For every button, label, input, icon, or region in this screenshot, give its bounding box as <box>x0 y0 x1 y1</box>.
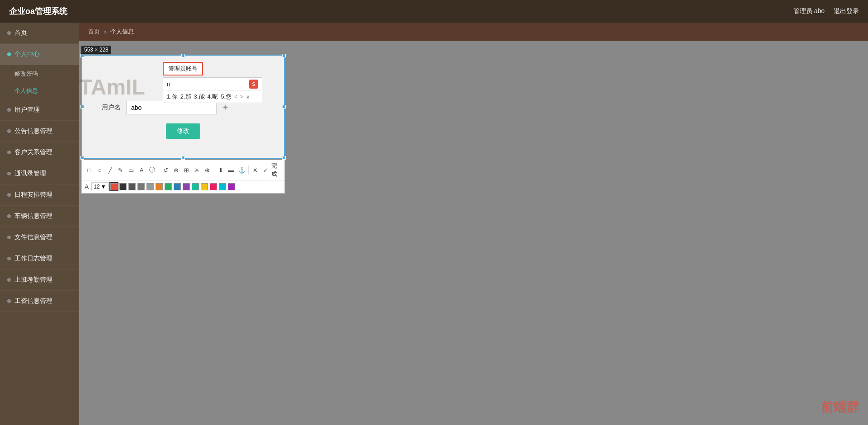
sidebar-label-attendance-management: 上班考勤管理 <box>14 276 52 284</box>
sidebar-bullet <box>7 257 11 260</box>
color-swatch-light-gray[interactable] <box>146 183 154 190</box>
sidebar-item-schedule-management[interactable]: 日程安排管理 <box>0 184 79 206</box>
save-button[interactable]: 修改 <box>166 123 200 139</box>
sidebar-item-attendance-management[interactable]: 上班考勤管理 <box>0 269 79 291</box>
toolbar-separator-3 <box>248 165 249 175</box>
tool-download[interactable]: ⬇ <box>216 165 226 175</box>
sidebar-bullet <box>7 299 11 303</box>
sidebar-sub-personal: 修改密码 个人信息 <box>0 65 79 99</box>
color-swatch-red[interactable] <box>110 183 118 190</box>
color-swatch-dark-gray[interactable] <box>128 183 136 190</box>
ime-candidate-2[interactable]: 2.那 <box>180 93 191 101</box>
top-navigation: 企业oa管理系统 管理员 abo 退出登录 <box>0 0 868 23</box>
font-size-arrow: ▼ <box>101 184 106 190</box>
ime-next[interactable]: > <box>240 94 243 100</box>
resize-handle-bot-right[interactable] <box>282 156 286 160</box>
sidebar-bullet <box>7 31 11 35</box>
resize-handle-bot-mid[interactable] <box>181 156 185 160</box>
sidebar-item-customer-management[interactable]: 客户关系管理 <box>0 142 79 163</box>
sidebar-item-home[interactable]: 首页 <box>0 23 79 44</box>
color-swatch-orange[interactable] <box>156 183 163 190</box>
tool-text[interactable]: A <box>137 165 146 175</box>
tool-bar[interactable]: ▬ <box>226 165 236 175</box>
sidebar-label-home: 首页 <box>14 29 27 37</box>
color-toolbar: A 12 ▼ <box>81 180 285 194</box>
tool-star[interactable]: ✳ <box>192 165 202 175</box>
done-button[interactable]: 完成 <box>271 162 282 178</box>
font-size-value: 12 <box>94 184 99 190</box>
sidebar-label-vehicle-management: 车辆信息管理 <box>14 212 52 220</box>
size-indicator: 553 × 228 <box>81 46 111 54</box>
tool-check[interactable]: ✓ <box>261 165 270 175</box>
color-swatch-gray[interactable] <box>137 183 145 190</box>
resize-handle-top-right[interactable] <box>282 54 286 57</box>
color-swatch-teal[interactable] <box>192 183 199 190</box>
sidebar-item-change-password[interactable]: 修改密码 <box>14 65 79 82</box>
tool-circle[interactable]: ○ <box>95 165 104 175</box>
resize-handle-mid-left[interactable] <box>80 105 84 109</box>
color-swatch-cyan[interactable] <box>219 183 226 190</box>
breadcrumb-home[interactable]: 首页 <box>88 28 100 36</box>
annotation-toolbar: □ ○ ╱ ✎ ▭ A ⓘ ↺ ⊗ ⊞ ✳ ⊕ ⬇ ▬ ⚓ ✕ ✓ 完成 <box>81 160 285 180</box>
top-nav-right: 管理员 abo 退出登录 <box>793 7 859 15</box>
sidebar-item-user-management[interactable]: 用户管理 <box>0 99 79 121</box>
sidebar-item-file-management[interactable]: 文件信息管理 <box>0 227 79 248</box>
sidebar-item-salary-management[interactable]: 工资信息管理 <box>0 291 79 312</box>
resize-handle-mid-right[interactable] <box>282 105 286 109</box>
tool-delete[interactable]: ⊗ <box>171 165 181 175</box>
ime-candidates: 1.你 2.那 3.能 4.呢 5.您 < > ∨ <box>163 91 262 103</box>
sidebar-bullet <box>7 236 11 239</box>
username-label: 用户名 <box>96 104 121 112</box>
breadcrumb-separator: » <box>104 28 107 35</box>
color-swatch-green[interactable] <box>165 183 172 190</box>
sidebar-label-customer-management: 客户关系管理 <box>14 148 52 156</box>
ime-expand[interactable]: ∨ <box>246 94 250 100</box>
sidebar-bullet <box>7 108 11 112</box>
color-swatch-pink[interactable] <box>210 183 217 190</box>
sogou-icon: S <box>249 80 258 89</box>
tool-pen[interactable]: ✎ <box>116 165 125 175</box>
ime-candidate-3[interactable]: 3.能 <box>194 93 205 101</box>
tool-rectangle[interactable]: □ <box>85 165 94 175</box>
sidebar-item-personal-center[interactable]: 个人中心 <box>0 44 79 65</box>
sidebar-label-contact-management: 通讯录管理 <box>14 170 46 178</box>
font-icon: A <box>85 183 89 190</box>
ime-candidate-5[interactable]: 5.您 <box>221 93 231 101</box>
tool-anchor[interactable]: ⚓ <box>237 165 246 175</box>
resize-handle-bot-left[interactable] <box>80 156 84 160</box>
sidebar-bullet <box>7 172 11 175</box>
ime-candidate-4[interactable]: 4.呢 <box>208 93 218 101</box>
sidebar-item-vehicle-management[interactable]: 车辆信息管理 <box>0 206 79 227</box>
tool-info[interactable]: ⓘ <box>147 165 157 175</box>
ime-dropdown[interactable]: n S 1.你 2.那 3.能 4.呢 5.您 < > ∨ <box>163 77 262 103</box>
tool-undo[interactable]: ↺ <box>161 165 170 175</box>
color-swatch-purple[interactable] <box>183 183 190 190</box>
sidebar-bullet <box>7 278 11 282</box>
resize-handle-top-mid[interactable] <box>181 54 185 57</box>
sidebar-item-personal-info[interactable]: 个人信息 <box>14 82 79 99</box>
color-swatch-black[interactable] <box>119 183 127 190</box>
font-size-select[interactable]: 12 ▼ <box>91 182 108 191</box>
sidebar-item-worklog-management[interactable]: 工作日志管理 <box>0 248 79 269</box>
tool-rect2[interactable]: ▭ <box>126 165 136 175</box>
color-swatch-violet[interactable] <box>228 183 235 190</box>
logout-link[interactable]: 退出登录 <box>834 7 859 15</box>
sidebar-item-notice-management[interactable]: 公告信息管理 <box>0 121 79 142</box>
resize-handle-top-left[interactable] <box>80 54 84 57</box>
admin-tooltip: 管理员账号 <box>163 62 203 76</box>
tool-plus[interactable]: ⊕ <box>203 165 212 175</box>
sidebar-label-salary-management: 工资信息管理 <box>14 297 52 305</box>
capture-overlay: 553 × 228 管理员账号 n S <box>81 45 375 194</box>
color-swatch-blue[interactable] <box>174 183 181 190</box>
tool-grid[interactable]: ⊞ <box>182 165 191 175</box>
tool-line[interactable]: ╱ <box>105 165 115 175</box>
ime-prev[interactable]: < <box>234 94 237 100</box>
ime-candidate-1[interactable]: 1.你 <box>167 93 178 101</box>
color-swatch-yellow[interactable] <box>201 183 208 190</box>
sidebar-label-schedule-management: 日程安排管理 <box>14 191 52 199</box>
sidebar-bullet <box>7 151 11 154</box>
sidebar-label-file-management: 文件信息管理 <box>14 233 52 241</box>
tool-close[interactable]: ✕ <box>250 165 260 175</box>
sidebar-item-contact-management[interactable]: 通讯录管理 <box>0 163 79 184</box>
ime-input-row: n S <box>163 78 262 91</box>
